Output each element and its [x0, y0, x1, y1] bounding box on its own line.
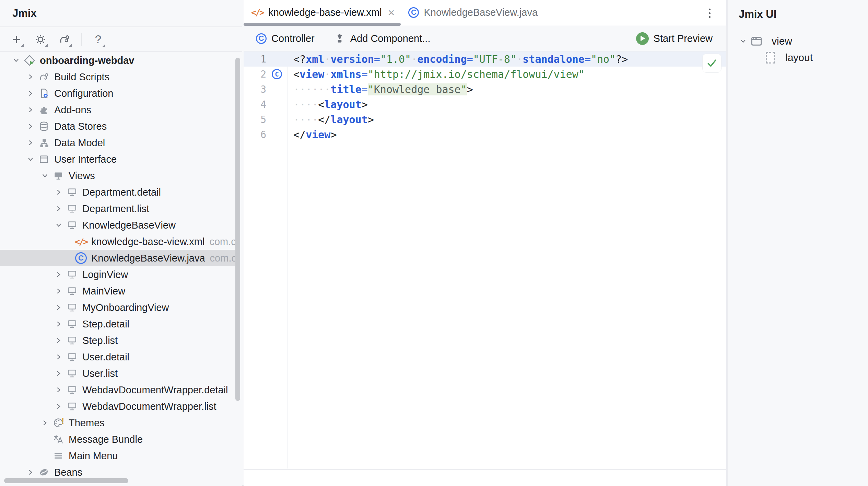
tree-item-configuration[interactable]: Configuration [0, 85, 235, 102]
tree-item-webdavdocumentwrapper-detail[interactable]: WebdavDocumentWrapper.detail [0, 382, 235, 398]
tree-item-step-detail[interactable]: Step.detail [0, 316, 235, 332]
ide-window: Jmix [0, 0, 868, 486]
tree-item-build-scripts[interactable]: Build Scripts [0, 69, 235, 85]
line-number: 6 [244, 129, 266, 140]
chevron-right-icon[interactable] [52, 365, 65, 382]
code-text: </view> [288, 129, 337, 141]
inspections-widget[interactable] [702, 54, 722, 73]
line-number: 3 [244, 84, 266, 95]
themes-palette-icon: ! [51, 416, 65, 430]
chevron-right-icon[interactable] [52, 332, 65, 349]
controller-class-icon: C [256, 33, 267, 44]
view-file-icon [65, 350, 79, 364]
chevron-right-icon[interactable] [24, 118, 37, 135]
tree-item-loginview[interactable]: LoginView [0, 266, 235, 283]
chevron-right-icon[interactable] [52, 398, 65, 415]
ui-tree-item-layout[interactable]: layout [728, 49, 868, 66]
editor-toolbar: C Controller Add Component... [244, 26, 726, 51]
puzzle-icon [37, 103, 51, 117]
dropdown-corner [69, 44, 72, 47]
chevron-right-icon[interactable] [52, 266, 65, 283]
chevron-right-icon[interactable] [24, 85, 37, 102]
jmix-project-icon [23, 54, 36, 67]
tree-item-knowledgebaseview-java[interactable]: C KnowledgeBaseView.java com.col [0, 250, 235, 266]
database-icon [37, 119, 51, 133]
chevron-right-icon[interactable] [52, 184, 65, 200]
tree-item-user-list[interactable]: User.list [0, 365, 235, 382]
tab-knowledgebaseview-java[interactable]: C KnowledgeBaseView.java [401, 0, 544, 25]
code-line[interactable]: 5····</layout> [244, 112, 726, 127]
tree-item-webdavdocumentwrapper-list[interactable]: WebdavDocumentWrapper.list [0, 398, 235, 415]
tree-item-main-menu[interactable]: Main Menu [0, 448, 235, 464]
controller-gutter-icon[interactable]: C [266, 69, 288, 79]
chevron-right-icon[interactable] [38, 415, 51, 431]
check-icon [706, 57, 718, 69]
view-file-icon [65, 400, 79, 413]
close-icon[interactable]: × [388, 7, 395, 18]
code-text: <?xml·version="1.0"·encoding="UTF-8"·sta… [288, 53, 628, 65]
tab-options-menu-icon[interactable] [704, 7, 715, 19]
code-line[interactable]: 1<?xml·version="1.0"·encoding="UTF-8"·st… [244, 51, 726, 67]
chevron-down-icon[interactable] [38, 167, 51, 184]
chevron-right-icon[interactable] [52, 316, 65, 332]
tree-item-user-detail[interactable]: User.detail [0, 349, 235, 365]
tree-item-step-list[interactable]: Step.list [0, 332, 235, 349]
tree-item-data-stores[interactable]: Data Stores [0, 118, 235, 135]
warning-mark: ! [61, 416, 64, 426]
chevron-right-icon[interactable] [24, 69, 37, 85]
tree-item-mainview[interactable]: MainView [0, 283, 235, 299]
chevron-right-icon[interactable] [52, 349, 65, 365]
jmix-panel-header: Jmix [0, 0, 242, 27]
tree-item-user-interface[interactable]: User Interface [0, 151, 235, 167]
code-line[interactable]: 6</view> [244, 127, 726, 142]
settings-button[interactable] [32, 31, 49, 48]
chevron-right-icon[interactable] [52, 283, 65, 299]
tree-vertical-scrollbar[interactable] [235, 58, 240, 401]
tree-item-onboarding-webdav[interactable]: onboarding-webdav [0, 52, 235, 69]
gradle-button[interactable] [56, 31, 73, 48]
add-button[interactable] [8, 31, 25, 48]
code-line[interactable]: 2C<view·xmlns="http://jmix.io/schema/flo… [244, 67, 726, 82]
tree-item-message-bundle[interactable]: Message Bundle [0, 431, 235, 448]
ui-hierarchy-tree: view layout [728, 33, 868, 66]
question-icon: ? [95, 33, 101, 46]
tree-item-knowledgebaseview[interactable]: KnowledgeBaseView [0, 217, 235, 233]
tab-knowledge-base-view-xml[interactable]: </> knowledge-base-view.xml × [244, 0, 401, 25]
ui-tree-item-view[interactable]: view [728, 33, 868, 49]
chevron-right-icon[interactable] [52, 200, 65, 217]
editor-area: </> knowledge-base-view.xml × C Knowledg… [244, 0, 726, 486]
views-icon [51, 169, 65, 183]
add-component-button[interactable]: Add Component... [334, 33, 431, 44]
chevron-down-icon[interactable] [10, 52, 23, 69]
controller-button[interactable]: C Controller [256, 33, 315, 44]
help-button[interactable]: ? [89, 31, 107, 48]
tree-item-views[interactable]: Views [0, 167, 235, 184]
tree-item-themes[interactable]: ! Themes [0, 415, 235, 431]
code-editor[interactable]: 1<?xml·version="1.0"·encoding="UTF-8"·st… [244, 51, 726, 468]
start-preview-button[interactable]: Start Preview [636, 32, 713, 45]
tree-horizontal-scrollbar[interactable] [4, 478, 128, 483]
tree-item-department-detail[interactable]: Department.detail [0, 184, 235, 200]
editor-bottom-strip [244, 469, 726, 485]
active-tab-underline [244, 23, 401, 26]
code-line[interactable]: 4····<layout> [244, 97, 726, 112]
chevron-down-icon[interactable] [24, 151, 37, 167]
tree-item-knowledge-base-view-xml[interactable]: </> knowledge-base-view.xml com.cc [0, 233, 235, 250]
tree-item-myonboardingview[interactable]: MyOnboardingView [0, 299, 235, 316]
view-file-icon [65, 185, 79, 199]
code-text: <view·xmlns="http://jmix.io/schema/flowu… [288, 68, 585, 80]
line-number: 4 [244, 99, 266, 110]
project-tree: onboarding-webdav Build Scripts [0, 52, 242, 481]
chevron-right-icon[interactable] [24, 135, 37, 151]
chevron-down-icon[interactable] [52, 217, 65, 233]
tree-item-add-ons[interactable]: Add-ons [0, 102, 235, 118]
tree-item-department-list[interactable]: Department.list [0, 200, 235, 217]
chevron-right-icon[interactable] [24, 102, 37, 118]
chevron-right-icon[interactable] [52, 382, 65, 398]
view-file-icon [65, 202, 79, 216]
chevron-down-icon[interactable] [737, 33, 750, 49]
tree-item-data-model[interactable]: Data Model [0, 135, 235, 151]
window-icon [37, 152, 51, 166]
chevron-right-icon[interactable] [52, 299, 65, 316]
code-line[interactable]: 3······title="Knowledge base"> [244, 82, 726, 97]
